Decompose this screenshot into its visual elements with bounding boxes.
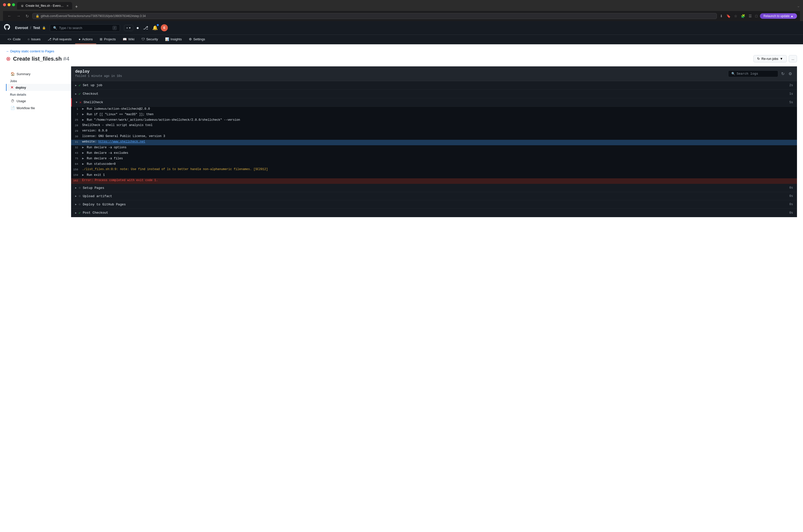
back-link[interactable]: ← Deploy static content to Pages (6, 49, 797, 53)
org-link[interactable]: Everoot (15, 26, 28, 30)
sidebar-item-summary[interactable]: 🏠 Summary (6, 70, 71, 77)
wiki-icon: 📖 (123, 37, 127, 41)
tab-security-label: Security (146, 37, 158, 41)
rerun-jobs-button[interactable]: ↻ Re-run jobs ▼ (753, 55, 787, 62)
tab-actions-label: Actions (82, 37, 93, 41)
log-settings-button[interactable]: ⚙ (787, 70, 793, 77)
step-label: Checkout (83, 92, 787, 96)
tab-settings-label: Settings (193, 37, 205, 41)
log-line-162[interactable]: 162 Error: Process completed with exit c… (71, 178, 797, 184)
step-status-skip-icon: ○ (79, 194, 81, 198)
github-logo[interactable] (4, 24, 10, 32)
log-refresh-button[interactable]: ↻ (780, 70, 785, 77)
step-toggle-icon: ▶ (75, 186, 77, 189)
log-line-30[interactable]: 30 license: GNU General Public License, … (71, 134, 797, 140)
step-label: Post Checkout (83, 211, 787, 215)
step-status-success-icon: ✔ (79, 83, 81, 88)
star-icon[interactable]: ☆ (733, 13, 739, 19)
traffic-lights (3, 3, 15, 6)
pr-icon: ⎇ (47, 37, 51, 41)
log-line-25[interactable]: 25 ▶ Run "/home/runner/work/_actions/lud… (71, 118, 797, 123)
sidebar-item-usage[interactable]: ⏱ Usage (6, 97, 71, 104)
log-header: deploy failed 1 minute ago in 10s 🔍 Sear… (71, 66, 797, 81)
sidebar-item-deploy[interactable]: ✕ deploy (6, 84, 71, 91)
sidebar: 🏠 Summary Jobs ✕ deploy Run details ⏱ Us… (6, 66, 71, 217)
log-line-43[interactable]: 43 ▶ Run declare -a excludes (71, 151, 797, 156)
log-line-28[interactable]: 28 ShellCheck - shell script analysis to… (71, 123, 797, 129)
log-line-29[interactable]: 29 version: 0.9.0 (71, 129, 797, 134)
reload-button[interactable]: ↻ (24, 13, 30, 19)
issue-counter-button[interactable]: ● (135, 24, 140, 32)
step-deploy-to-pages[interactable]: ▶ ○ Deploy to GitHub Pages 0s (71, 201, 797, 209)
repo-link[interactable]: Test (33, 26, 40, 30)
tab-code[interactable]: <> Code (4, 35, 24, 44)
step-checkout[interactable]: ▶ ✔ Checkout 1s (71, 90, 797, 98)
clock-icon: ⏱ (11, 99, 15, 103)
jobs-section-label: Jobs (6, 77, 71, 84)
sidebar-item-workflow-file[interactable]: 📄 Workflow file (6, 104, 71, 112)
deploy-label: deploy (16, 86, 26, 90)
search-bar[interactable]: 🔍 Type / to search / (50, 24, 120, 32)
browser-chrome: G Create list_files.sh - Everoot/T... ✕ … (0, 0, 803, 21)
close-traffic-light[interactable] (3, 3, 6, 6)
step-upload-artifact[interactable]: ▶ ○ Upload artifact 0s (71, 192, 797, 201)
tab-issues[interactable]: ○ Issues (24, 35, 44, 44)
pull-request-counter-button[interactable]: ⎇ (142, 24, 149, 32)
tab-wiki[interactable]: 📖 Wiki (119, 35, 138, 44)
log-line-158[interactable]: 158 ./list_files.sh:8:9: note: Use find … (71, 167, 797, 173)
relaunch-button[interactable]: Relaunch to update ▲ (760, 13, 797, 19)
back-button[interactable]: ← (6, 13, 13, 19)
new-tab-button[interactable]: + (73, 4, 80, 10)
bookmark-icon[interactable]: 🔖 (725, 13, 732, 19)
home-icon: 🏠 (11, 72, 15, 76)
lock-icon: 🔒 (42, 26, 46, 30)
log-line-32[interactable]: 32 ▶ Run declare -a options (71, 145, 797, 151)
minimize-traffic-light[interactable] (7, 3, 11, 6)
address-bar[interactable]: 🔒 github.com/Everoot/Test/actions/runs/7… (32, 13, 717, 19)
tab-projects[interactable]: ⊞ Projects (96, 35, 119, 44)
new-item-button[interactable]: + ▼ (124, 25, 134, 31)
browser-menu-button[interactable]: ⌄ (797, 3, 800, 8)
step-toggle-icon: ▶ (75, 203, 77, 206)
extension-icon[interactable]: 🧩 (740, 13, 746, 19)
step-shellcheck[interactable]: ▶ ✕ ShellCheck 5s (71, 98, 797, 107)
log-line-75[interactable]: 75 ▶ Run declare -a files (71, 156, 797, 162)
notification-bell-button[interactable]: 🔔 (151, 24, 159, 32)
step-set-up-job[interactable]: ▶ ✔ Set up job 2s (71, 81, 797, 90)
profile-icon[interactable]: □ (754, 13, 759, 19)
step-status-success-icon: ✔ (79, 92, 81, 96)
log-line-31[interactable]: 31 website: https://www.shellcheck.net (71, 140, 797, 145)
log-line-84[interactable]: 84 ▶ Run statuscode=0 (71, 162, 797, 167)
shellcheck-website-link[interactable]: https://www.shellcheck.net (98, 140, 145, 144)
step-post-checkout[interactable]: ▶ ✔ Post Checkout 0s (71, 209, 797, 217)
maximize-traffic-light[interactable] (12, 3, 15, 6)
step-toggle-icon: ▶ (75, 101, 78, 103)
job-status-text: failed 1 minute ago in 10s (75, 74, 122, 78)
step-status-skip-icon: ○ (79, 202, 81, 206)
log-line-1[interactable]: 1 ▶ Run ludeeus/action-shellcheck@2.0.0 (71, 107, 797, 112)
tab-pull-requests[interactable]: ⎇ Pull requests (44, 35, 75, 44)
run-title-text: Create list_files.sh #4 (13, 56, 70, 62)
active-tab[interactable]: G Create list_files.sh - Everoot/T... ✕ (17, 2, 72, 10)
user-avatar[interactable]: E (161, 24, 168, 31)
tab-insights[interactable]: 📊 Insights (161, 35, 185, 44)
log-line-159[interactable]: 159 ▶ Run exit 1 (71, 173, 797, 178)
workflow-layout: 🏠 Summary Jobs ✕ deploy Run details ⏱ Us… (6, 66, 797, 217)
step-toggle-icon: ▶ (75, 211, 77, 214)
back-link-text: Deploy static content to Pages (10, 49, 54, 53)
forward-button[interactable]: → (15, 13, 22, 19)
download-icon[interactable]: ⬇ (719, 13, 724, 19)
log-search-bar[interactable]: 🔍 Search logs (728, 70, 778, 77)
more-options-button[interactable]: ... (789, 55, 797, 62)
repo-tabs: <> Code ○ Issues ⎇ Pull requests ● Actio… (4, 35, 799, 44)
log-search-icon: 🔍 (731, 72, 735, 76)
tab-actions[interactable]: ● Actions (75, 35, 96, 44)
tab-settings[interactable]: ⚙ Settings (185, 35, 209, 44)
log-line-7[interactable]: 7 ▶ Run if [[ "Linux" == "macOS" ]]; the… (71, 112, 797, 118)
tab-close-button[interactable]: ✕ (66, 4, 69, 7)
run-details-label: Run details (6, 91, 71, 97)
sidebar-toggle-icon[interactable]: ☰ (748, 13, 753, 19)
step-setup-pages[interactable]: ▶ ○ Setup Pages 0s (71, 184, 797, 192)
step-time: 5s (789, 101, 793, 104)
tab-security[interactable]: 🛡 Security (138, 35, 161, 44)
